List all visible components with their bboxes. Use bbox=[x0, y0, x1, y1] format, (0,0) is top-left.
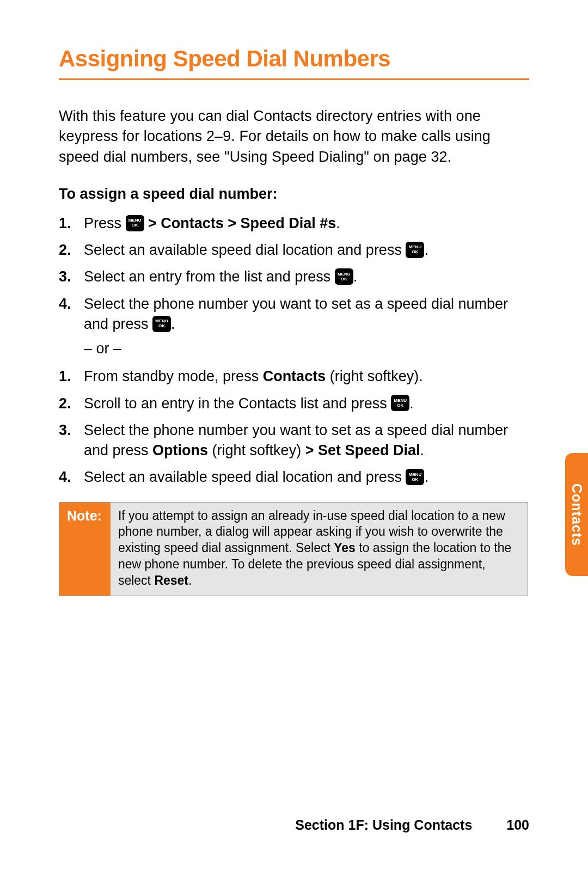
step-number: 4. bbox=[59, 467, 71, 487]
step-number: 1. bbox=[59, 366, 71, 387]
step-text: Scroll to an entry in the Contacts list … bbox=[84, 395, 391, 412]
footer-page-number: 100 bbox=[506, 817, 529, 832]
step-number: 4. bbox=[59, 294, 71, 314]
step-bold: > Contacts > Speed Dial #s bbox=[148, 215, 336, 231]
page-heading: Assigning Speed Dial Numbers bbox=[59, 46, 529, 80]
step-text: Press bbox=[84, 215, 126, 231]
footer-section: Section 1F: Using Contacts bbox=[295, 817, 472, 832]
alt-step-3: 3. Select the phone number you want to s… bbox=[84, 420, 529, 461]
step-number: 3. bbox=[59, 420, 71, 440]
step-number: 1. bbox=[59, 213, 71, 234]
step-number: 2. bbox=[59, 394, 71, 414]
step-2: 2. Select an available speed dial locati… bbox=[84, 240, 529, 260]
steps-primary: 1. Press MENUOK > Contacts > Speed Dial … bbox=[59, 213, 529, 359]
step-text: Select the phone number you want to set … bbox=[84, 296, 508, 332]
subheading-assign: To assign a speed dial number: bbox=[59, 186, 529, 203]
or-separator: – or – bbox=[84, 339, 529, 359]
menu-ok-key-icon: MENUOK bbox=[126, 215, 144, 231]
step-number: 2. bbox=[59, 240, 71, 260]
menu-ok-key-icon: MENUOK bbox=[406, 242, 424, 258]
side-tab-contacts: Contacts bbox=[565, 453, 588, 576]
menu-ok-key-icon: MENUOK bbox=[406, 469, 424, 485]
step-text: From standby mode, press bbox=[84, 368, 263, 384]
menu-ok-key-icon: MENUOK bbox=[391, 395, 409, 411]
step-4: 4. Select the phone number you want to s… bbox=[84, 294, 529, 359]
side-tab-label: Contacts bbox=[569, 483, 585, 546]
alt-step-1: 1. From standby mode, press Contacts (ri… bbox=[84, 366, 529, 387]
page-footer: Section 1F: Using Contacts 100 bbox=[295, 817, 529, 833]
menu-ok-key-icon: MENUOK bbox=[335, 268, 353, 285]
alt-step-2: 2. Scroll to an entry in the Contacts li… bbox=[84, 394, 529, 414]
step-3: 3. Select an entry from the list and pre… bbox=[84, 267, 529, 287]
note-label: Note: bbox=[59, 503, 111, 596]
step-text: Select an entry from the list and press bbox=[84, 268, 335, 285]
step-1: 1. Press MENUOK > Contacts > Speed Dial … bbox=[84, 213, 529, 234]
note-box: Note: If you attempt to assign an alread… bbox=[59, 502, 528, 596]
menu-ok-key-icon: MENUOK bbox=[152, 316, 171, 332]
step-text: Select an available speed dial location … bbox=[84, 242, 406, 258]
alt-step-4: 4. Select an available speed dial locati… bbox=[84, 467, 529, 487]
note-body: If you attempt to assign an already in-u… bbox=[111, 503, 528, 596]
step-number: 3. bbox=[59, 267, 71, 287]
intro-paragraph: With this feature you can dial Contacts … bbox=[59, 106, 529, 167]
steps-alternate: 1. From standby mode, press Contacts (ri… bbox=[59, 366, 529, 487]
step-text: Select an available speed dial location … bbox=[84, 469, 406, 485]
